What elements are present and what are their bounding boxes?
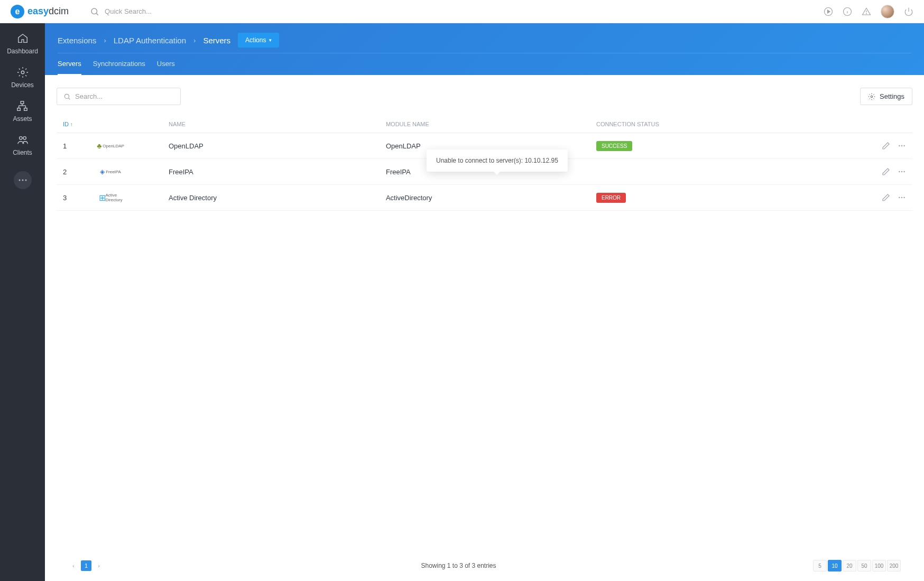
- svg-point-30: [901, 171, 902, 172]
- users-icon: [17, 134, 29, 146]
- content-toolbar: Settings: [57, 88, 912, 105]
- edit-icon[interactable]: [882, 167, 890, 176]
- entries-info: Showing 1 to 3 of 3 entries: [421, 562, 496, 569]
- cell-id: 3: [57, 185, 94, 211]
- col-connection[interactable]: CONNECTION STATUS: [590, 116, 860, 133]
- page-sizes: 5102050100200: [813, 560, 901, 571]
- page-1-button[interactable]: 1: [81, 560, 91, 571]
- logo-text: easydcim: [27, 6, 69, 17]
- page-size-200[interactable]: 200: [887, 560, 901, 571]
- more-icon: [19, 179, 27, 181]
- sidebar-item-dashboard[interactable]: Dashboard: [7, 33, 38, 55]
- edit-icon[interactable]: [882, 142, 890, 150]
- crumb-extensions[interactable]: Extensions: [58, 36, 96, 45]
- row-actions: [866, 142, 906, 150]
- col-actions: [860, 116, 912, 133]
- more-icon[interactable]: [898, 167, 906, 176]
- col-name[interactable]: NAME: [162, 116, 380, 133]
- vendor-logo-icon: OpenLDAP: [100, 140, 121, 151]
- quick-search-input[interactable]: [105, 7, 237, 15]
- cell-name: OpenLDAP: [162, 133, 380, 159]
- svg-point-19: [23, 137, 25, 140]
- svg-point-33: [901, 197, 902, 198]
- col-module[interactable]: MODULE NAME: [380, 116, 590, 133]
- table-wrap: ID NAME MODULE NAME CONNECTION STATUS 1 …: [57, 116, 912, 550]
- info-icon[interactable]: [843, 7, 852, 16]
- power-icon[interactable]: [904, 7, 913, 16]
- page-size-10[interactable]: 10: [828, 560, 842, 571]
- sidebar-item-label: Clients: [13, 149, 32, 156]
- chevron-right-icon: ›: [104, 36, 106, 44]
- svg-point-8: [866, 13, 867, 14]
- svg-point-29: [899, 171, 900, 172]
- tab-synchronizations[interactable]: Synchronizations: [93, 53, 145, 75]
- table-search-input[interactable]: [75, 92, 174, 100]
- play-icon[interactable]: [824, 7, 833, 16]
- crumb-ldap[interactable]: LDAP Authentication: [114, 36, 186, 45]
- svg-point-23: [64, 94, 69, 98]
- svg-point-31: [903, 171, 904, 172]
- table-search: [57, 88, 181, 105]
- sidebar-item-label: Dashboard: [7, 48, 38, 55]
- search-icon: [63, 93, 71, 100]
- table-row: 3 Active Directory Active Directory Acti…: [57, 185, 912, 211]
- page-prev-button[interactable]: ‹: [68, 560, 79, 571]
- sidebar: Dashboard Devices Assets Clients: [0, 23, 45, 581]
- logo[interactable]: easydcim: [11, 5, 69, 18]
- svg-rect-11: [21, 101, 24, 104]
- svg-point-21: [22, 180, 23, 181]
- settings-button[interactable]: Settings: [860, 88, 912, 105]
- more-icon[interactable]: [898, 142, 906, 150]
- status-badge: SUCCESS: [596, 141, 632, 151]
- sidebar-item-clients[interactable]: Clients: [13, 134, 32, 156]
- tabs: Servers Synchronizations Users: [58, 53, 911, 75]
- cell-logo: Active Directory: [94, 185, 162, 211]
- cell-status: [590, 159, 860, 185]
- edit-icon[interactable]: [882, 193, 890, 202]
- more-icon[interactable]: [898, 193, 906, 202]
- actions-button[interactable]: Actions: [238, 33, 279, 48]
- user-avatar[interactable]: [881, 5, 894, 18]
- search-icon: [90, 7, 99, 16]
- sidebar-item-devices[interactable]: Devices: [11, 67, 34, 89]
- quick-search: [90, 7, 824, 16]
- tab-servers[interactable]: Servers: [58, 53, 81, 75]
- svg-line-1: [96, 13, 98, 15]
- svg-point-10: [21, 71, 24, 74]
- svg-line-24: [69, 98, 70, 99]
- tab-users[interactable]: Users: [157, 53, 175, 75]
- cell-status: ERROR: [590, 185, 860, 211]
- svg-point-27: [901, 145, 902, 146]
- svg-point-22: [25, 180, 26, 181]
- sidebar-item-assets[interactable]: Assets: [13, 100, 32, 123]
- page-next-button[interactable]: ›: [94, 560, 104, 571]
- pagination: ‹ 1 ›: [68, 560, 104, 571]
- cell-logo: FreeIPA: [94, 159, 162, 185]
- cell-module: ActiveDirectory: [380, 185, 590, 211]
- page-size-5[interactable]: 5: [813, 560, 827, 571]
- breadcrumb: Extensions › LDAP Authentication › Serve…: [58, 23, 911, 53]
- page-size-50[interactable]: 50: [857, 560, 871, 571]
- gear-icon: [868, 93, 875, 100]
- error-tooltip: Unable to connect to server(s): 10.10.12…: [427, 149, 568, 172]
- page-size-100[interactable]: 100: [872, 560, 886, 571]
- sidebar-more-button[interactable]: [14, 171, 32, 189]
- crumb-servers: Servers: [203, 36, 230, 45]
- svg-rect-13: [24, 108, 27, 111]
- main: Extensions › LDAP Authentication › Serve…: [45, 23, 924, 581]
- col-id[interactable]: ID: [57, 116, 94, 133]
- warning-icon[interactable]: [862, 7, 871, 16]
- svg-point-18: [19, 137, 22, 140]
- top-header: easydcim: [0, 0, 924, 23]
- col-logo: [94, 116, 162, 133]
- cell-name: FreeIPA: [162, 159, 380, 185]
- svg-point-28: [903, 145, 904, 146]
- page-size-20[interactable]: 20: [843, 560, 856, 571]
- svg-point-20: [19, 180, 20, 181]
- footer: ‹ 1 › Showing 1 to 3 of 3 entries 510205…: [57, 550, 912, 581]
- row-actions: [866, 193, 906, 202]
- sidebar-item-label: Assets: [13, 115, 32, 123]
- status-badge: ERROR: [596, 193, 626, 203]
- cell-name: Active Directory: [162, 185, 380, 211]
- home-icon: [17, 33, 29, 44]
